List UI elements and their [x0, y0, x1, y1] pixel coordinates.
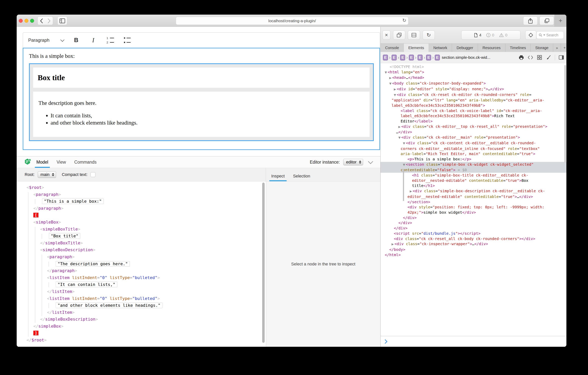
- model-tree-line[interactable]: </listItem>: [17, 309, 266, 316]
- model-tree-line[interactable]: "This is a simple box:": [17, 198, 266, 205]
- model-tree-line[interactable]: ]: [17, 330, 266, 337]
- dom-tree-scrollbar[interactable]: [564, 65, 566, 163]
- dom-tree-line[interactable]: ▶<div class="simple-box-description ck-e…: [383, 188, 567, 194]
- dom-tree-line[interactable]: aria-label="Rich Text Editor, main" cont…: [383, 151, 567, 157]
- dom-tree-line[interactable]: </div>: [383, 226, 567, 231]
- breadcrumb-current[interactable]: section.simple-box.ck-wid...: [442, 55, 490, 60]
- model-tree-line[interactable]: "It can contain lists,": [17, 281, 266, 288]
- ck-tab-commands[interactable]: Commands: [74, 156, 97, 168]
- dom-tree-line[interactable]: <h1 class="simple-box-title ck-editor__e…: [383, 173, 567, 178]
- dom-tree-line[interactable]: label_e63cbbfece34c53ce23501062343f49b8"…: [383, 113, 567, 119]
- dom-tree-line[interactable]: ▼<html lang="en">: [383, 70, 567, 75]
- numbered-list-button[interactable]: 1 2: [106, 36, 115, 45]
- model-tree-line[interactable]: "Box title": [17, 233, 266, 240]
- back-button[interactable]: [38, 16, 45, 25]
- box-title-heading[interactable]: Box title: [38, 73, 365, 82]
- reload-page-button[interactable]: ↻: [423, 31, 435, 40]
- ck-tab-model[interactable]: Model: [36, 156, 48, 168]
- model-tree-line[interactable]: <simpleBox>: [17, 219, 266, 226]
- model-tree-line[interactable]: <listItem listIndent="0" listType="bulle…: [17, 295, 266, 302]
- dom-tree-line[interactable]: ▶<div id="editor" style="display: none;"…: [383, 87, 567, 92]
- print-styles-button[interactable]: [518, 55, 524, 60]
- model-tree-line[interactable]: </simpleBoxTitle>: [17, 240, 266, 247]
- dom-tree-line[interactable]: "application" dir="ltr" lang="en" aria-l…: [383, 98, 567, 103]
- tab-selection[interactable]: Selection: [293, 174, 310, 181]
- model-tree-line[interactable]: "The description goes here.": [17, 261, 266, 267]
- breadcrumb-element-badge[interactable]: E: [426, 55, 431, 60]
- toggle-details-sidebar-button[interactable]: [558, 55, 564, 60]
- dom-tree-line[interactable]: ▼<body class="ck-inspector-body-expanded…: [383, 81, 567, 87]
- dom-tree-line[interactable]: <div style="position: fixed; top: 0px; l…: [383, 205, 567, 210]
- new-tab-button[interactable]: +: [555, 15, 567, 27]
- dom-tree-line[interactable]: ▶<div class="ck-inspector-wrapper">…</di…: [383, 241, 567, 247]
- close-inspector-button[interactable]: ×: [382, 31, 390, 40]
- bold-button[interactable]: B: [72, 36, 80, 45]
- breadcrumb-element-badge[interactable]: E: [418, 55, 423, 60]
- dom-tree-line[interactable]: Editor</label>: [383, 119, 567, 124]
- collapse-inspector-button[interactable]: [368, 159, 373, 164]
- dock-bottom-button[interactable]: [408, 31, 420, 40]
- dom-tree-line[interactable]: contenteditable="false"> = $0: [381, 167, 567, 173]
- reload-icon[interactable]: ↻: [402, 18, 406, 23]
- model-tree-line[interactable]: <simpleBoxDescription>: [17, 246, 266, 254]
- bullet-item[interactable]: and other block elements like headings.: [51, 119, 364, 126]
- dom-tree-line[interactable]: ▶<div class="ck ck-editor__top ck-reset_…: [383, 124, 567, 130]
- simple-box-widget[interactable]: Box title The description goes here. It …: [29, 63, 374, 141]
- tab-elements[interactable]: Elements: [404, 44, 429, 52]
- dom-tree-line[interactable]: editor__nested-editable" contenteditable…: [383, 178, 567, 183]
- rich-text-editable[interactable]: This is a simple box: Box title The desc…: [23, 48, 380, 150]
- dom-tree-line[interactable]: <p>This is a simple box:</p>: [383, 157, 567, 162]
- dom-tree-line[interactable]: ▶<head>…</head>: [383, 75, 567, 81]
- dom-tree-line[interactable]: 42px;">simple box widget</div>: [383, 210, 567, 215]
- model-tree-line[interactable]: </$root>: [17, 337, 266, 344]
- dom-tree-line[interactable]: <div class="ck ck-reset_all ck-body ck-r…: [383, 236, 567, 242]
- tab-inspect[interactable]: Inspect: [271, 174, 285, 181]
- tab-overflow[interactable]: +: [561, 44, 567, 52]
- model-tree-line[interactable]: "and other block elements like headings.…: [17, 302, 266, 309]
- description-paragraph[interactable]: The description goes here.: [38, 100, 364, 106]
- bullet-item[interactable]: It can contain lists,: [51, 112, 364, 119]
- tab-overview-button[interactable]: [539, 16, 554, 25]
- dom-tree-line[interactable]: </div>: [383, 220, 567, 226]
- dom-tree-line[interactable]: ▼<div class="ck ck-reset ck-editor ck-ro…: [383, 92, 567, 98]
- dom-tree-line[interactable]: ▼<div class="ck ck-content ck-editor__ed…: [383, 141, 567, 146]
- tab-timelines[interactable]: Timelines: [505, 44, 531, 52]
- ck-tab-view[interactable]: View: [57, 156, 66, 168]
- dom-tree-line[interactable]: label_e63cbbfece34c53ce23501062343f49b8"…: [383, 103, 567, 108]
- dom-tree-line[interactable]: ▼<div class="ck ck-editor__main" role="p…: [383, 135, 567, 141]
- model-tree-line[interactable]: <simpleBoxTitle>: [17, 226, 266, 233]
- dom-tree-line[interactable]: ▼<section class="simple-box ck-widget ck…: [381, 162, 567, 168]
- forward-button[interactable]: [45, 16, 53, 25]
- model-tree-line[interactable]: </listItem>: [17, 288, 266, 295]
- breadcrumb-element-badge[interactable]: E: [409, 55, 414, 60]
- heading-dropdown[interactable]: Paragraph: [28, 38, 63, 43]
- tab-storage[interactable]: Storage: [531, 44, 553, 52]
- dom-tree-line[interactable]: <!DOCTYPE html>: [383, 64, 567, 70]
- editor-instance-select[interactable]: editor: [343, 159, 363, 165]
- simple-box-description-area[interactable]: The description goes here. It can contai…: [33, 92, 370, 137]
- tab-debugger[interactable]: Debugger: [452, 44, 478, 52]
- activity-viewer[interactable]: 4 0: [461, 31, 520, 40]
- show-source-button[interactable]: [528, 55, 533, 60]
- dom-tree-line[interactable]: corners ck-editor__editable_inline ck-fo…: [383, 146, 567, 152]
- italic-button[interactable]: I: [89, 36, 97, 45]
- model-tree-scrollbar[interactable]: [262, 183, 265, 343]
- share-button[interactable]: [523, 16, 538, 25]
- dom-tree-line[interactable]: </div>: [383, 215, 567, 221]
- breadcrumb-element-badge[interactable]: E: [435, 55, 440, 60]
- root-select[interactable]: main: [38, 171, 56, 178]
- dom-tree-line[interactable]: </section>: [383, 199, 567, 205]
- model-tree-line[interactable]: <listItem listIndent="0" listType="bulle…: [17, 274, 266, 281]
- model-tree-line[interactable]: [: [17, 212, 266, 219]
- model-tree-line[interactable]: </simpleBox>: [17, 323, 266, 330]
- zoom-window-button[interactable]: [30, 19, 34, 23]
- dom-tree-line[interactable]: <script src="dist/bundle.js"></script>: [383, 231, 567, 236]
- element-picker-button[interactable]: [525, 31, 536, 40]
- breadcrumb-element-badge[interactable]: E: [383, 55, 388, 60]
- quick-console[interactable]: [381, 336, 567, 347]
- minimize-window-button[interactable]: [24, 19, 28, 23]
- detach-inspector-button[interactable]: [393, 31, 405, 40]
- dom-tree-line[interactable]: editor__nested-editable" contenteditable…: [383, 194, 567, 199]
- model-tree-line[interactable]: </paragraph>: [17, 267, 266, 274]
- simple-box-title-area[interactable]: Box title: [33, 67, 370, 88]
